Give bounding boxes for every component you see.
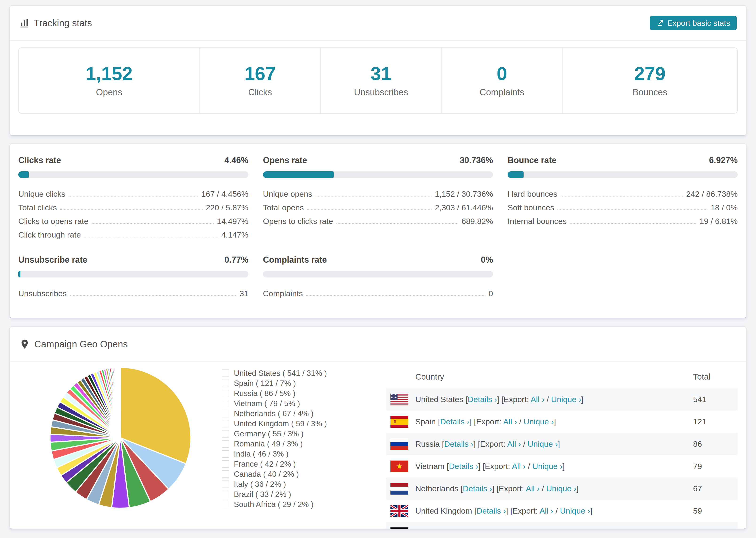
geo-content: United States ( 541 / 31% )Spain ( 121 /… xyxy=(10,362,746,529)
export-unique-link-united-kingdom[interactable]: Unique › xyxy=(560,506,590,515)
row-static-text: / xyxy=(553,506,560,515)
stat-row-hard-bounces: Hard bounces242 / 86.738% xyxy=(508,185,738,198)
dotted-leader xyxy=(570,223,696,224)
details-link-vietnam[interactable]: Details › xyxy=(449,462,478,471)
legend-item-russia[interactable]: Russia ( 86 / 5% ) xyxy=(222,388,386,398)
flag-icon-vn xyxy=(391,460,408,472)
stat-row-clicks-to-opens-rate: Clicks to opens rate14.497% xyxy=(18,212,248,226)
rate-value-bounce-rate: 6.927% xyxy=(709,155,738,165)
legend-item-romania[interactable]: Romania ( 49 / 3% ) xyxy=(222,439,386,449)
country-cell-vietnam: Vietnam [Details ›] [Export: All › / Uni… xyxy=(386,460,693,472)
legend-label-canada: Canada ( 40 / 2% ) xyxy=(234,470,299,479)
legend-item-germany[interactable]: Germany ( 55 / 3% ) xyxy=(222,429,386,439)
rate-head-opens-rate: Opens rate30.736% xyxy=(263,155,493,165)
dotted-leader xyxy=(92,223,214,224)
legend-item-italy[interactable]: Italy ( 36 / 2% ) xyxy=(222,479,386,489)
row-static-text: / xyxy=(544,395,551,404)
row-static-text: / xyxy=(540,484,546,493)
legend-label-netherlands: Netherlands ( 67 / 4% ) xyxy=(234,409,313,418)
export-unique-link-vietnam[interactable]: Unique › xyxy=(532,462,563,471)
export-unique-link-united-states[interactable]: Unique › xyxy=(551,395,581,404)
legend-label-south-africa: South Africa ( 29 / 2% ) xyxy=(234,500,313,509)
stat-label-click-through-rate: Click through rate xyxy=(18,230,81,240)
export-all-link-vietnam[interactable]: All › xyxy=(512,462,526,471)
rate-head-clicks-rate: Clicks rate4.46% xyxy=(18,155,248,165)
export-all-link-russia[interactable]: All › xyxy=(507,439,521,448)
legend-label-germany: Germany ( 55 / 3% ) xyxy=(234,429,303,438)
export-all-link-united-states[interactable]: All › xyxy=(531,395,544,404)
summary-cell-clicks: 167Clicks xyxy=(199,48,320,113)
rate-bar-fill-unsubscribe-rate xyxy=(18,271,21,278)
rate-title-opens-rate: Opens rate xyxy=(263,155,307,165)
country-row-text-germany: Germany [Details ›] [Export: All › / Uni… xyxy=(415,529,568,529)
rate-rows-clicks-rate: Unique clicks167 / 4.456%Total clicks220… xyxy=(18,185,248,240)
summary-cell-complaints: 0Complaints xyxy=(441,48,562,113)
stat-label-unique-clicks: Unique clicks xyxy=(18,189,65,198)
legend-item-spain[interactable]: Spain ( 121 / 7% ) xyxy=(222,378,386,388)
stat-row-unique-opens: Unique opens1,152 / 30.736% xyxy=(263,185,493,198)
row-static-text: United Kingdom [ xyxy=(415,506,477,515)
geo-pie-chart xyxy=(18,365,222,529)
details-link-netherlands[interactable]: Details › xyxy=(463,484,492,493)
total-cell-united-kingdom: 59 xyxy=(693,506,738,515)
flag-icon-es xyxy=(391,416,408,428)
geo-legend: United States ( 541 / 31% )Spain ( 121 /… xyxy=(222,365,386,529)
stat-row-unsubscribes: Unsubscribes31 xyxy=(18,285,248,298)
stat-value-opens-to-clicks-rate: 689.82% xyxy=(461,217,493,226)
export-unique-link-netherlands[interactable]: Unique › xyxy=(546,484,576,493)
legend-swatch-romania xyxy=(222,440,229,448)
details-link-spain[interactable]: Details › xyxy=(440,417,469,426)
export-basic-stats-button[interactable]: Export basic stats xyxy=(650,16,737,30)
rate-card-unsubscribe-rate: Unsubscribe rate0.77%Unsubscribes31 xyxy=(18,255,248,298)
stat-row-soft-bounces: Soft bounces18 / 0% xyxy=(508,198,738,212)
details-link-russia[interactable]: Details › xyxy=(444,439,473,448)
tracking-stats-header: Tracking stats Export basic stats xyxy=(10,6,746,41)
legend-item-vietnam[interactable]: Vietnam ( 79 / 5% ) xyxy=(222,398,386,408)
export-unique-link-russia[interactable]: Unique › xyxy=(527,439,558,448)
rate-rows-complaints-rate: Complaints0 xyxy=(263,285,493,298)
export-all-link-netherlands[interactable]: All › xyxy=(526,484,540,493)
details-link-united-kingdom[interactable]: Details › xyxy=(477,506,506,515)
legend-item-india[interactable]: India ( 46 / 3% ) xyxy=(222,449,386,459)
page-title: Tracking stats xyxy=(34,18,92,28)
summary-label-opens: Opens xyxy=(96,87,122,97)
export-all-link-spain[interactable]: All › xyxy=(503,417,517,426)
legend-item-united-kingdom[interactable]: United Kingdom ( 59 / 3% ) xyxy=(222,418,386,429)
stat-row-click-through-rate: Click through rate4.147% xyxy=(18,226,248,240)
stat-value-complaints: 0 xyxy=(489,289,493,298)
row-static-text: ] xyxy=(558,439,560,448)
rate-bar-fill-opens-rate xyxy=(263,171,334,178)
details-link-germany[interactable]: Details › xyxy=(453,529,482,529)
summary-stats-box: 1,152Opens167Clicks31Unsubscribes0Compla… xyxy=(18,47,738,114)
legend-item-netherlands[interactable]: Netherlands ( 67 / 4% ) xyxy=(222,408,386,418)
rate-bar-clicks-rate xyxy=(18,171,248,178)
flag-icon-ru xyxy=(391,438,408,450)
row-static-text: ] xyxy=(563,462,565,471)
stat-label-soft-bounces: Soft bounces xyxy=(508,203,554,212)
total-cell-russia: 86 xyxy=(693,439,738,449)
stat-label-unique-opens: Unique opens xyxy=(263,189,312,198)
stat-label-unsubscribes: Unsubscribes xyxy=(18,289,67,298)
dotted-leader xyxy=(337,223,458,224)
legend-item-south-africa[interactable]: South Africa ( 29 / 2% ) xyxy=(222,499,386,510)
rate-bar-complaints-rate xyxy=(263,271,493,278)
rate-bar-unsubscribe-rate xyxy=(18,271,248,278)
row-static-text: Russia [ xyxy=(415,439,444,448)
legend-item-united-states[interactable]: United States ( 541 / 31% ) xyxy=(222,368,386,378)
legend-item-canada[interactable]: Canada ( 40 / 2% ) xyxy=(222,469,386,479)
legend-item-brazil[interactable]: Brazil ( 33 / 2% ) xyxy=(222,489,386,499)
row-static-text: Netherlands [ xyxy=(415,484,463,493)
country-cell-russia: Russia [Details ›] [Export: All › / Uniq… xyxy=(386,438,693,450)
table-row-spain: Spain [Details ›] [Export: All › / Uniqu… xyxy=(386,410,738,433)
export-unique-link-spain[interactable]: Unique › xyxy=(523,417,554,426)
total-cell-vietnam: 79 xyxy=(693,462,738,471)
details-link-united-states[interactable]: Details › xyxy=(468,395,497,404)
total-cell-united-states: 541 xyxy=(693,395,738,404)
dotted-leader xyxy=(307,209,432,210)
flag-icon-nl xyxy=(391,483,408,495)
export-all-link-united-kingdom[interactable]: All › xyxy=(540,506,553,515)
export-unique-link-germany[interactable]: Unique › xyxy=(536,529,566,529)
legend-item-france[interactable]: France ( 42 / 2% ) xyxy=(222,459,386,469)
legend-swatch-south-africa xyxy=(222,501,229,508)
export-all-link-germany[interactable]: All › xyxy=(515,529,529,529)
